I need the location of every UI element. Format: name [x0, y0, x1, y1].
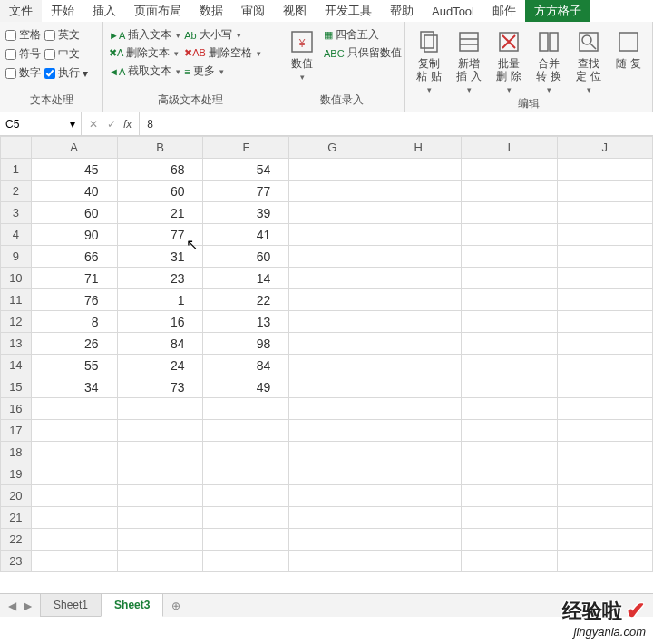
- fx-icon[interactable]: fx: [123, 112, 140, 135]
- cell[interactable]: [375, 246, 462, 268]
- cell[interactable]: [31, 442, 117, 463]
- cell[interactable]: [375, 420, 462, 442]
- row-header[interactable]: 22: [1, 529, 32, 551]
- cell[interactable]: [557, 355, 652, 376]
- cell[interactable]: [289, 463, 375, 485]
- cell[interactable]: [117, 507, 203, 529]
- cell[interactable]: [117, 398, 203, 420]
- cell[interactable]: [557, 485, 652, 507]
- row-header[interactable]: 17: [1, 420, 32, 442]
- row-header[interactable]: 21: [1, 507, 32, 529]
- cell[interactable]: 60: [117, 181, 203, 202]
- tab-dev[interactable]: 开发工具: [316, 0, 381, 22]
- cell[interactable]: 60: [203, 246, 289, 268]
- tab-help[interactable]: 帮助: [381, 0, 423, 22]
- cell[interactable]: [117, 551, 203, 572]
- cell[interactable]: 23: [117, 268, 203, 289]
- cell[interactable]: [462, 420, 557, 442]
- cell[interactable]: [557, 202, 652, 224]
- btn-new-insert[interactable]: 新增插 入▾: [451, 25, 487, 94]
- cell[interactable]: [462, 529, 557, 551]
- row-header[interactable]: 19: [1, 463, 32, 485]
- cell[interactable]: [375, 311, 462, 333]
- btn-bulk-delete[interactable]: 批量删 除▾: [491, 25, 527, 94]
- cell[interactable]: [289, 333, 375, 355]
- btn-copy-paste[interactable]: 复制粘 贴▾: [411, 25, 447, 94]
- cell[interactable]: [289, 181, 375, 202]
- cell[interactable]: [31, 398, 117, 420]
- tab-fangfang[interactable]: 方方格子: [525, 0, 590, 22]
- cell[interactable]: 14: [203, 268, 289, 289]
- cell[interactable]: [375, 442, 462, 463]
- cell[interactable]: [203, 398, 289, 420]
- cell[interactable]: [375, 159, 462, 181]
- cell[interactable]: [289, 507, 375, 529]
- cell[interactable]: [462, 224, 557, 246]
- sheet-nav-next-icon[interactable]: ▶: [21, 598, 34, 614]
- cell[interactable]: [557, 289, 652, 311]
- cell[interactable]: 40: [31, 181, 117, 202]
- cell[interactable]: [375, 463, 462, 485]
- cell[interactable]: [289, 268, 375, 289]
- cell[interactable]: [289, 289, 375, 311]
- cell[interactable]: [203, 485, 289, 507]
- cell[interactable]: 54: [203, 159, 289, 181]
- cell[interactable]: [203, 529, 289, 551]
- cell[interactable]: [203, 463, 289, 485]
- cell[interactable]: 13: [203, 311, 289, 333]
- cell[interactable]: [289, 246, 375, 268]
- cell[interactable]: [462, 376, 557, 398]
- cell[interactable]: [31, 463, 117, 485]
- row-header[interactable]: 14: [1, 355, 32, 376]
- cell[interactable]: [289, 311, 375, 333]
- tab-mail[interactable]: 邮件: [483, 0, 525, 22]
- cell[interactable]: [289, 420, 375, 442]
- cell[interactable]: [462, 551, 557, 572]
- cell[interactable]: [557, 442, 652, 463]
- cell[interactable]: [375, 289, 462, 311]
- tab-review[interactable]: 审阅: [232, 0, 274, 22]
- col-header-F[interactable]: F: [203, 137, 289, 159]
- cell[interactable]: [462, 333, 557, 355]
- row-header[interactable]: 11: [1, 289, 32, 311]
- cell[interactable]: [375, 224, 462, 246]
- cell[interactable]: [117, 463, 203, 485]
- new-sheet-button[interactable]: ⊕: [162, 600, 190, 612]
- cmd-case[interactable]: Ab大小写▾: [184, 27, 261, 43]
- btn-merge-convert[interactable]: 合并转 换▾: [531, 25, 567, 94]
- cell[interactable]: [289, 355, 375, 376]
- cell[interactable]: [462, 355, 557, 376]
- cmd-more[interactable]: ≡更多▾: [184, 63, 261, 79]
- cell[interactable]: [462, 463, 557, 485]
- cell[interactable]: [557, 224, 652, 246]
- tab-data[interactable]: 数据: [190, 0, 232, 22]
- row-header[interactable]: 15: [1, 376, 32, 398]
- row-header[interactable]: 23: [1, 551, 32, 572]
- cell[interactable]: [203, 442, 289, 463]
- cell[interactable]: [375, 529, 462, 551]
- cell[interactable]: [31, 420, 117, 442]
- cell[interactable]: [289, 485, 375, 507]
- cell[interactable]: [462, 442, 557, 463]
- row-header[interactable]: 2: [1, 181, 32, 202]
- cell[interactable]: [31, 551, 117, 572]
- cell[interactable]: [289, 202, 375, 224]
- sheet-nav-prev-icon[interactable]: ◀: [5, 598, 19, 614]
- cell[interactable]: 84: [203, 355, 289, 376]
- btn-numvalue[interactable]: ¥ 数值▾: [284, 25, 320, 82]
- cell[interactable]: [375, 333, 462, 355]
- tab-file[interactable]: 文件: [0, 0, 42, 22]
- cell[interactable]: 45: [31, 159, 117, 181]
- cell[interactable]: [289, 376, 375, 398]
- cell[interactable]: [557, 551, 652, 572]
- row-header[interactable]: 10: [1, 268, 32, 289]
- tab-audtool[interactable]: AudTool: [423, 0, 483, 22]
- row-header[interactable]: 18: [1, 442, 32, 463]
- cell[interactable]: 84: [117, 333, 203, 355]
- cell[interactable]: [375, 507, 462, 529]
- cell[interactable]: 49: [203, 376, 289, 398]
- chk-en[interactable]: 英文: [44, 27, 88, 43]
- cell[interactable]: 90: [31, 224, 117, 246]
- cell[interactable]: [117, 485, 203, 507]
- sheet-tab-sheet3[interactable]: Sheet3: [101, 594, 163, 617]
